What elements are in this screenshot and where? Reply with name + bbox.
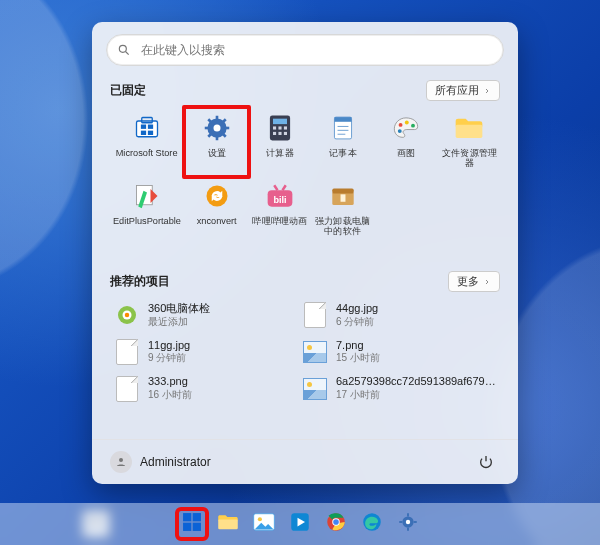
recommended-item[interactable]: 360电脑体检最近添加 <box>110 300 286 331</box>
movies-icon <box>290 512 310 536</box>
chrome-icon <box>326 512 346 536</box>
file-icon <box>114 376 140 402</box>
pinned-app-label: xnconvert <box>197 215 237 225</box>
file-icon <box>302 302 328 328</box>
taskbar-explorer-button[interactable] <box>213 509 243 539</box>
svg-line-16 <box>222 119 226 123</box>
pinned-app-label: Microsoft Store <box>116 147 178 157</box>
user-account-button[interactable]: Administrator <box>110 451 211 473</box>
taskbar-chrome-button[interactable] <box>321 509 351 539</box>
svg-point-34 <box>398 129 402 133</box>
pinned-app-editplus[interactable]: EditPlusPortable <box>110 177 184 243</box>
search-box[interactable] <box>106 34 504 66</box>
notepad-icon <box>328 113 358 143</box>
recommended-item-name: 44gg.jpg <box>336 302 378 315</box>
svg-text:bili: bili <box>273 195 286 205</box>
pinned-app-label: 记事本 <box>329 147 357 157</box>
pinned-app-label: 文件资源管理器 <box>441 148 497 168</box>
power-button[interactable] <box>472 448 500 476</box>
svg-rect-21 <box>278 126 281 129</box>
file-icon <box>302 339 328 365</box>
pinned-app-explorer[interactable]: 文件资源管理器 <box>439 109 500 175</box>
search-input[interactable] <box>139 34 493 66</box>
pinned-app-settings[interactable]: 设置 <box>186 109 247 175</box>
pinned-app-paint[interactable]: 画图 <box>376 109 437 175</box>
svg-line-14 <box>208 119 212 123</box>
svg-rect-22 <box>284 126 287 129</box>
recommended-item-time: 9 分钟前 <box>148 351 190 365</box>
recommended-item-time: 6 分钟前 <box>336 315 378 329</box>
recommended-item-name: 7.png <box>336 339 380 352</box>
more-label: 更多 <box>457 274 479 289</box>
svg-rect-19 <box>273 119 287 124</box>
recommended-item[interactable]: 6a2579398cc72d591389af679703f3...17 小时前 <box>298 373 500 404</box>
more-button[interactable]: 更多 <box>448 271 500 292</box>
recommended-item-time: 最近添加 <box>148 315 210 329</box>
svg-rect-7 <box>148 131 153 135</box>
svg-rect-44 <box>340 194 345 201</box>
paint-icon <box>391 113 421 143</box>
pinned-app-xnconvert[interactable]: xnconvert <box>186 177 247 243</box>
user-name: Administrator <box>140 455 211 469</box>
taskbar-photos-button[interactable] <box>249 509 279 539</box>
recommended-section: 推荐的项目 更多 360电脑体检最近添加44gg.jpg6 分钟前11gg.jp… <box>110 271 500 404</box>
pinned-grid: Microsoft Store设置计算器记事本画图文件资源管理器EditPlus… <box>110 109 500 243</box>
svg-rect-4 <box>141 125 146 129</box>
recommended-item[interactable]: 7.png15 小时前 <box>298 337 500 368</box>
settings-icon <box>202 113 232 143</box>
taskbar <box>0 503 600 545</box>
pinned-app-label: 计算器 <box>266 147 294 157</box>
recommended-item[interactable]: 11gg.jpg9 分钟前 <box>110 337 286 368</box>
svg-rect-49 <box>183 513 191 521</box>
svg-rect-43 <box>332 189 353 194</box>
all-apps-button[interactable]: 所有应用 <box>426 80 500 101</box>
recommended-item-name: 360电脑体检 <box>148 302 210 315</box>
svg-line-17 <box>208 133 212 137</box>
recommended-title: 推荐的项目 <box>110 273 170 290</box>
msstore-icon <box>132 113 162 143</box>
start-menu: 已固定 所有应用 Microsoft Store设置计算器记事本画图文件资源管理… <box>92 22 518 484</box>
recommended-list: 360电脑体检最近添加44gg.jpg6 分钟前11gg.jpg9 分钟前7.p… <box>110 300 500 404</box>
pinned-app-calc[interactable]: 计算器 <box>249 109 310 175</box>
svg-rect-6 <box>141 131 146 135</box>
pinned-app-label: 哔哩哔哩动画 <box>252 215 307 225</box>
pinned-app-msstore[interactable]: Microsoft Store <box>110 109 184 175</box>
recommended-item-time: 15 小时前 <box>336 351 380 365</box>
explorer-icon <box>454 113 484 143</box>
taskbar-start-button[interactable] <box>177 509 207 539</box>
svg-rect-35 <box>456 125 483 138</box>
svg-rect-27 <box>334 117 351 122</box>
photos-icon <box>253 513 275 535</box>
pinned-title: 已固定 <box>110 82 146 99</box>
pinned-app-label: 设置 <box>207 147 225 157</box>
taskbar-movies-button[interactable] <box>285 509 315 539</box>
svg-point-32 <box>405 121 409 125</box>
svg-line-40 <box>282 185 285 190</box>
search-icon <box>117 43 131 57</box>
taskbar-settings-button[interactable] <box>393 509 423 539</box>
recommended-item[interactable]: 44gg.jpg6 分钟前 <box>298 300 500 331</box>
svg-rect-23 <box>273 132 276 135</box>
svg-line-39 <box>274 185 277 190</box>
bilibili-icon: bili <box>265 181 295 211</box>
recommended-item-name: 6a2579398cc72d591389af679703f3... <box>336 375 496 388</box>
calc-icon <box>265 113 295 143</box>
svg-point-9 <box>213 125 220 132</box>
svg-point-55 <box>258 517 262 521</box>
recommended-item-time: 17 小时前 <box>336 388 496 402</box>
avatar-icon <box>110 451 132 473</box>
pinned-section: 已固定 所有应用 Microsoft Store设置计算器记事本画图文件资源管理… <box>110 80 500 243</box>
chevron-right-icon <box>483 87 491 95</box>
edge-icon <box>362 512 382 536</box>
svg-point-47 <box>125 313 130 318</box>
taskbar-edge-button[interactable] <box>357 509 387 539</box>
pinned-app-notepad[interactable]: 记事本 <box>312 109 373 175</box>
taskbar-center <box>177 509 423 539</box>
svg-rect-24 <box>278 132 281 135</box>
xnconvert-icon <box>202 181 232 211</box>
recommended-item[interactable]: 333.png16 小时前 <box>110 373 286 404</box>
svg-rect-25 <box>284 132 287 135</box>
svg-line-15 <box>222 133 226 137</box>
pinned-app-uninstall[interactable]: 强力卸载电脑中的软件 <box>312 177 373 243</box>
pinned-app-bilibili[interactable]: bili哔哩哔哩动画 <box>249 177 310 243</box>
